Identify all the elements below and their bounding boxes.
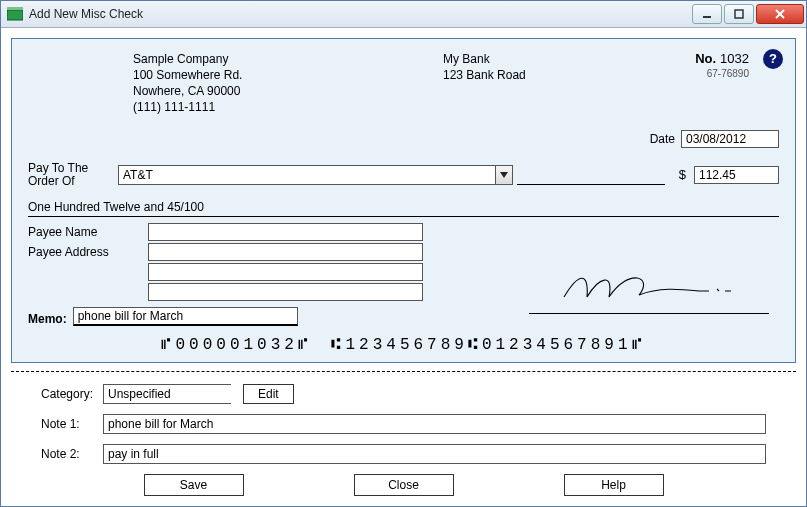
divider: [11, 371, 796, 372]
svg-rect-3: [735, 10, 743, 18]
bank-name: My Bank: [443, 51, 603, 67]
payee-addr2-input[interactable]: [148, 263, 423, 281]
company-block: Sample Company 100 Somewhere Rd. Nowhere…: [133, 51, 333, 116]
memo-label: Memo:: [28, 312, 67, 326]
chevron-down-icon: [500, 172, 508, 178]
date-label: Date: [650, 132, 675, 146]
minimize-button[interactable]: [692, 4, 722, 24]
category-input[interactable]: [104, 385, 262, 403]
date-input[interactable]: [681, 130, 779, 148]
category-combo[interactable]: [103, 384, 231, 404]
help-button[interactable]: Help: [564, 474, 664, 496]
signature-area: [529, 267, 769, 314]
client-area: ? Sample Company 100 Somewhere Rd. Nowhe…: [1, 28, 806, 506]
window: Add New Misc Check ? Sample Company 100 …: [0, 0, 807, 507]
payee-name-input[interactable]: [148, 223, 423, 241]
titlebar: Add New Misc Check: [1, 1, 806, 28]
memo-input[interactable]: [73, 307, 298, 326]
amount-words: One Hundred Twelve and 45/100: [28, 200, 779, 217]
svg-rect-0: [7, 10, 23, 20]
payee-dropdown-button[interactable]: [495, 165, 513, 185]
bank-addr: 123 Bank Road: [443, 67, 603, 83]
payee-addr-label: Payee Address: [28, 245, 148, 259]
window-title: Add New Misc Check: [29, 7, 692, 21]
payee-input[interactable]: [118, 165, 495, 185]
help-icon[interactable]: ?: [763, 49, 783, 69]
pay-to-order-label: Pay To The Order Of: [28, 162, 118, 188]
svg-line-4: [776, 10, 784, 18]
svg-line-5: [776, 10, 784, 18]
company-addr2: Nowhere, CA 90000: [133, 83, 333, 99]
routing-small: 67-76890: [695, 68, 749, 79]
company-addr1: 100 Somewhere Rd.: [133, 67, 333, 83]
payee-combo[interactable]: [118, 165, 513, 185]
svg-marker-6: [500, 172, 508, 178]
check-panel: ? Sample Company 100 Somewhere Rd. Nowhe…: [11, 38, 796, 363]
company-name: Sample Company: [133, 51, 333, 67]
note2-input[interactable]: [103, 444, 766, 464]
category-label: Category:: [41, 387, 103, 401]
maximize-button[interactable]: [724, 4, 754, 24]
lower-panel: Category: Edit Note 1: Note 2: Save Clos…: [11, 380, 796, 496]
company-phone: (111) 111-1111: [133, 99, 333, 115]
signature-icon: [559, 267, 739, 307]
payee-name-label: Payee Name: [28, 225, 148, 239]
edit-button[interactable]: Edit: [243, 384, 294, 404]
bank-block: My Bank 123 Bank Road: [443, 51, 603, 116]
note1-input[interactable]: [103, 414, 766, 434]
save-button[interactable]: Save: [144, 474, 244, 496]
note1-label: Note 1:: [41, 417, 103, 431]
close-button[interactable]: Close: [354, 474, 454, 496]
app-icon: [7, 7, 23, 21]
amount-input[interactable]: [694, 166, 779, 184]
micr-line: ⑈000001032⑈ ⑆123456789⑆01234567891⑈: [28, 336, 779, 354]
check-number: No.1032: [695, 51, 749, 66]
payee-addr3-input[interactable]: [148, 283, 423, 301]
pay-underline: [517, 165, 665, 185]
close-window-button[interactable]: [756, 4, 804, 24]
dollar-sign: $: [679, 167, 686, 182]
payee-addr1-input[interactable]: [148, 243, 423, 261]
note2-label: Note 2:: [41, 447, 103, 461]
svg-rect-1: [7, 7, 23, 10]
